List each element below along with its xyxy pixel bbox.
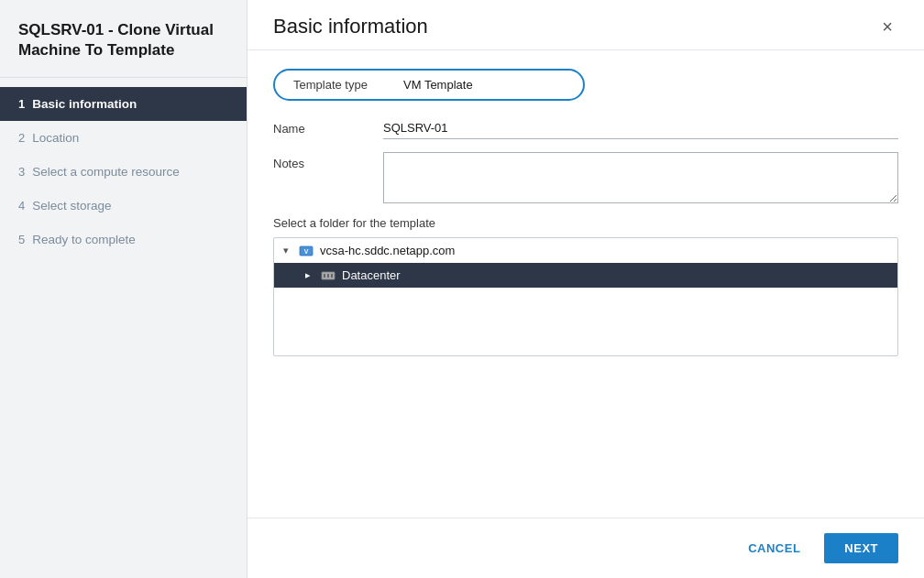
svg-rect-4: [327, 274, 329, 278]
folder-section-label: Select a folder for the template: [273, 216, 898, 230]
content-title: Basic information: [273, 15, 428, 38]
sidebar-step-4[interactable]: 4Select storage: [0, 189, 247, 223]
template-type-row: Template type VM Template: [273, 69, 585, 101]
tree-label: vcsa-hc.sddc.netapp.com: [320, 244, 455, 257]
name-row: Name: [273, 117, 898, 139]
folder-section: Select a folder for the template ▾ V vcs…: [273, 216, 898, 356]
content-panel: Basic information × Template type VM Tem…: [248, 0, 924, 578]
next-button[interactable]: NEXT: [824, 533, 898, 563]
svg-rect-3: [324, 274, 325, 278]
step-num: 5: [18, 233, 25, 246]
step-num: 1: [18, 97, 25, 111]
sidebar-steps: 1Basic information2Location3Select a com…: [0, 78, 247, 266]
tree-item-datacenter[interactable]: ▸ Datacenter: [274, 263, 897, 288]
step-label: Select a compute resource: [32, 165, 180, 179]
svg-text:V: V: [304, 248, 309, 255]
content-body: Template type VM Template Name Notes Sel…: [248, 50, 924, 518]
step-label: Basic information: [32, 97, 137, 111]
tree-label: Datacenter: [342, 268, 401, 282]
folder-tree: ▾ V vcsa-hc.sddc.netapp.com ▸ Datacenter: [273, 237, 898, 356]
step-label: Location: [32, 131, 79, 145]
sidebar-step-3[interactable]: 3Select a compute resource: [0, 155, 247, 189]
step-num: 4: [18, 199, 25, 213]
name-label: Name: [273, 117, 383, 136]
sidebar-step-1[interactable]: 1Basic information: [0, 87, 247, 121]
sidebar-title: SQLSRV-01 - Clone Virtual Machine To Tem…: [0, 0, 247, 78]
notes-row: Notes: [273, 152, 898, 203]
name-input[interactable]: [383, 117, 898, 139]
svg-rect-5: [331, 274, 333, 278]
step-num: 2: [18, 131, 25, 145]
tree-toggle: ▾: [283, 245, 298, 256]
content-footer: CANCEL NEXT: [248, 518, 924, 578]
tree-icon-datacenter: [320, 269, 336, 282]
clone-vm-dialog: SQLSRV-01 - Clone Virtual Machine To Tem…: [0, 0, 924, 578]
template-type-label: Template type: [293, 78, 403, 92]
sidebar-step-2[interactable]: 2Location: [0, 121, 247, 155]
step-label: Ready to complete: [32, 233, 136, 246]
notes-textarea[interactable]: [383, 152, 898, 203]
sidebar-step-5[interactable]: 5Ready to complete: [0, 223, 247, 256]
tree-item-vcenter[interactable]: ▾ V vcsa-hc.sddc.netapp.com: [274, 238, 897, 263]
sidebar: SQLSRV-01 - Clone Virtual Machine To Tem…: [0, 0, 248, 578]
notes-label: Notes: [273, 152, 383, 170]
step-label: Select storage: [32, 199, 111, 213]
tree-icon-vcenter: V: [298, 245, 314, 257]
cancel-button[interactable]: CANCEL: [735, 534, 813, 562]
template-type-value: VM Template: [403, 78, 473, 92]
step-num: 3: [18, 165, 25, 179]
tree-toggle: ▸: [305, 269, 320, 281]
close-button[interactable]: ×: [876, 16, 898, 38]
content-header: Basic information ×: [248, 0, 924, 50]
